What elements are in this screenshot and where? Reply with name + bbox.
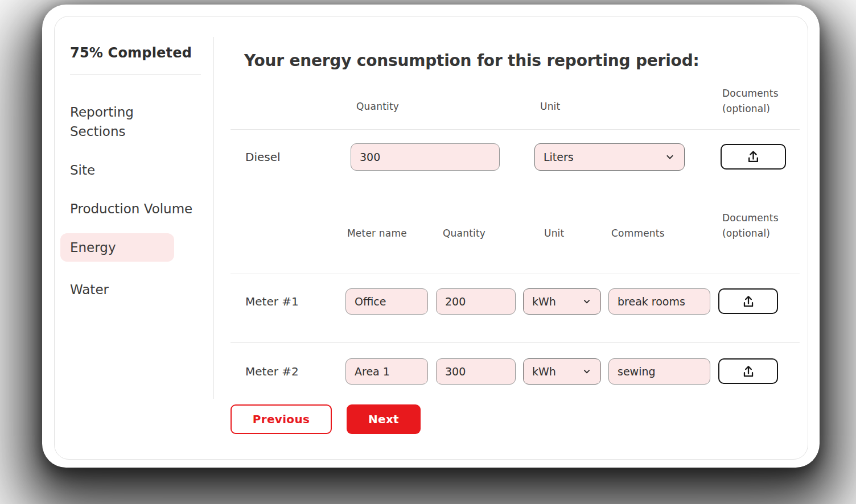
- upload-icon: [746, 149, 761, 164]
- sidebar-item-water[interactable]: Water: [70, 280, 193, 299]
- meter1-comments-input[interactable]: [608, 288, 710, 315]
- meter2-upload-button[interactable]: [718, 358, 778, 384]
- documents-header-line1: Documents: [722, 88, 779, 99]
- meter-table-divider-2: [231, 342, 800, 343]
- documents-header-line2: (optional): [722, 228, 770, 239]
- documents-header-line2: (optional): [722, 103, 770, 114]
- meter2-row-label: Meter #2: [245, 365, 299, 378]
- meter-name-header: Meter name: [347, 228, 407, 239]
- meter1-upload-button[interactable]: [718, 288, 778, 314]
- table-row-meter-1: Meter #1 kWh: [231, 288, 800, 315]
- meter1-name-input[interactable]: [345, 288, 428, 315]
- diesel-upload-button[interactable]: [721, 144, 786, 170]
- meter1-quantity-input[interactable]: [436, 288, 516, 315]
- sidebar-nav: Reporting Sections Site Production Volum…: [70, 102, 193, 299]
- form-actions: Previous Next: [231, 404, 800, 434]
- meter1-unit-select-wrap: kWh: [523, 288, 601, 315]
- meter-documents-header: Documents (optional): [722, 210, 779, 241]
- meter1-row-label: Meter #1: [245, 295, 299, 308]
- sidebar-item-energy[interactable]: Energy: [60, 233, 174, 262]
- fuel-unit-header: Unit: [540, 101, 560, 112]
- diesel-unit-select[interactable]: Liters: [534, 143, 685, 171]
- meter1-unit-select[interactable]: kWh: [523, 288, 601, 315]
- meter2-unit-select[interactable]: kWh: [523, 358, 601, 385]
- fuel-quantity-header: Quantity: [356, 101, 399, 112]
- meter-table-header: Meter name Quantity Unit Comments Docume…: [231, 208, 800, 241]
- form-panel: 75% Completed Reporting Sections Site Pr…: [54, 16, 808, 460]
- table-row-meter-2: Meter #2 kWh: [231, 358, 800, 385]
- fuel-documents-header: Documents (optional): [722, 86, 779, 117]
- fuel-table-divider: [231, 129, 800, 130]
- sidebar-item-site[interactable]: Site: [70, 160, 193, 180]
- meter-unit-header: Unit: [544, 228, 564, 239]
- main-content: Your energy consumption for this reporti…: [214, 16, 808, 459]
- previous-button[interactable]: Previous: [231, 404, 332, 434]
- next-button[interactable]: Next: [347, 404, 421, 434]
- report-card: 75% Completed Reporting Sections Site Pr…: [42, 5, 820, 468]
- meter2-name-input[interactable]: [345, 358, 428, 385]
- documents-header-line1: Documents: [722, 212, 779, 224]
- progress-label: 75% Completed: [70, 45, 214, 61]
- diesel-row-label: Diesel: [245, 150, 281, 164]
- sidebar-item-production-volume[interactable]: Production Volume: [70, 199, 193, 218]
- meter-quantity-header: Quantity: [443, 228, 485, 239]
- meter2-quantity-input[interactable]: [436, 358, 516, 385]
- table-row-diesel: Diesel Liters: [231, 143, 800, 171]
- sidebar-divider: [70, 75, 201, 75]
- upload-icon: [741, 294, 756, 309]
- meter2-unit-select-wrap: kWh: [523, 358, 601, 385]
- page-title: Your energy consumption for this reporti…: [244, 51, 800, 71]
- diesel-quantity-input[interactable]: [351, 143, 500, 171]
- meter-table-divider-1: [231, 274, 800, 274]
- sidebar-item-reporting-sections[interactable]: Reporting Sections: [70, 102, 193, 141]
- meter2-comments-input[interactable]: [608, 358, 710, 385]
- fuel-table-header: Quantity Unit Documents (optional): [231, 80, 800, 117]
- sidebar: 75% Completed Reporting Sections Site Pr…: [55, 16, 214, 459]
- upload-icon: [741, 364, 756, 379]
- meter-comments-header: Comments: [611, 228, 665, 239]
- diesel-unit-select-wrap: Liters: [534, 143, 685, 171]
